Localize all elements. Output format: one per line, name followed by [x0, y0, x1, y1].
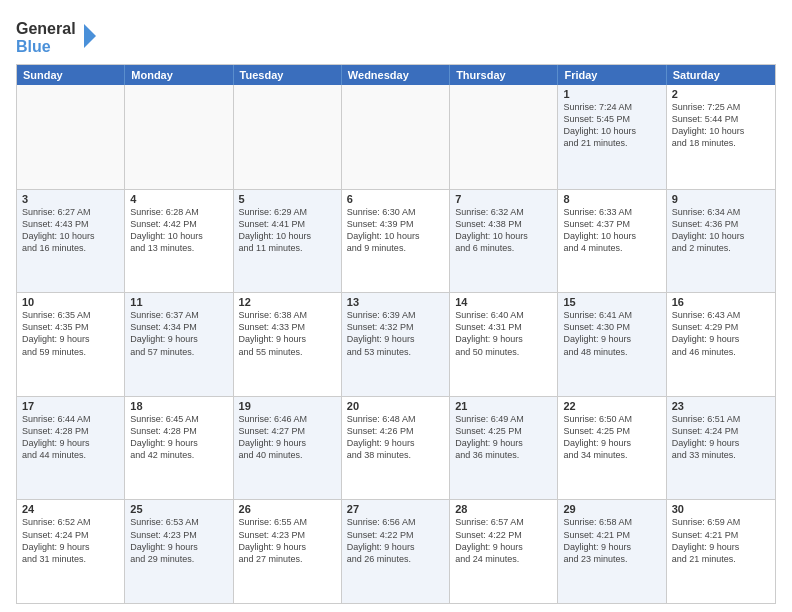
day-info: Sunrise: 6:55 AM Sunset: 4:23 PM Dayligh… — [239, 516, 336, 565]
svg-text:General: General — [16, 20, 76, 37]
day-number: 9 — [672, 193, 770, 205]
calendar-cell: 5Sunrise: 6:29 AM Sunset: 4:41 PM Daylig… — [234, 190, 342, 293]
day-info: Sunrise: 6:30 AM Sunset: 4:39 PM Dayligh… — [347, 206, 444, 255]
header-cell-saturday: Saturday — [667, 65, 775, 85]
day-number: 7 — [455, 193, 552, 205]
day-number: 4 — [130, 193, 227, 205]
calendar-row-1: 3Sunrise: 6:27 AM Sunset: 4:43 PM Daylig… — [17, 189, 775, 293]
day-info: Sunrise: 6:28 AM Sunset: 4:42 PM Dayligh… — [130, 206, 227, 255]
day-info: Sunrise: 7:25 AM Sunset: 5:44 PM Dayligh… — [672, 101, 770, 150]
calendar: SundayMondayTuesdayWednesdayThursdayFrid… — [16, 64, 776, 604]
day-info: Sunrise: 6:40 AM Sunset: 4:31 PM Dayligh… — [455, 309, 552, 358]
calendar-cell — [450, 85, 558, 189]
calendar-cell: 26Sunrise: 6:55 AM Sunset: 4:23 PM Dayli… — [234, 500, 342, 603]
day-info: Sunrise: 6:57 AM Sunset: 4:22 PM Dayligh… — [455, 516, 552, 565]
day-info: Sunrise: 6:49 AM Sunset: 4:25 PM Dayligh… — [455, 413, 552, 462]
day-info: Sunrise: 6:59 AM Sunset: 4:21 PM Dayligh… — [672, 516, 770, 565]
day-info: Sunrise: 6:56 AM Sunset: 4:22 PM Dayligh… — [347, 516, 444, 565]
calendar-cell: 9Sunrise: 6:34 AM Sunset: 4:36 PM Daylig… — [667, 190, 775, 293]
calendar-cell: 25Sunrise: 6:53 AM Sunset: 4:23 PM Dayli… — [125, 500, 233, 603]
calendar-cell: 1Sunrise: 7:24 AM Sunset: 5:45 PM Daylig… — [558, 85, 666, 189]
day-number: 20 — [347, 400, 444, 412]
calendar-cell: 10Sunrise: 6:35 AM Sunset: 4:35 PM Dayli… — [17, 293, 125, 396]
day-info: Sunrise: 6:45 AM Sunset: 4:28 PM Dayligh… — [130, 413, 227, 462]
day-number: 18 — [130, 400, 227, 412]
day-number: 28 — [455, 503, 552, 515]
calendar-cell: 12Sunrise: 6:38 AM Sunset: 4:33 PM Dayli… — [234, 293, 342, 396]
day-number: 24 — [22, 503, 119, 515]
calendar-cell — [125, 85, 233, 189]
calendar-body: 1Sunrise: 7:24 AM Sunset: 5:45 PM Daylig… — [17, 85, 775, 603]
day-number: 25 — [130, 503, 227, 515]
calendar-cell: 4Sunrise: 6:28 AM Sunset: 4:42 PM Daylig… — [125, 190, 233, 293]
calendar-cell — [17, 85, 125, 189]
calendar-cell: 30Sunrise: 6:59 AM Sunset: 4:21 PM Dayli… — [667, 500, 775, 603]
day-info: Sunrise: 6:34 AM Sunset: 4:36 PM Dayligh… — [672, 206, 770, 255]
day-number: 27 — [347, 503, 444, 515]
day-number: 19 — [239, 400, 336, 412]
calendar-cell: 18Sunrise: 6:45 AM Sunset: 4:28 PM Dayli… — [125, 397, 233, 500]
calendar-cell: 28Sunrise: 6:57 AM Sunset: 4:22 PM Dayli… — [450, 500, 558, 603]
day-info: Sunrise: 6:46 AM Sunset: 4:27 PM Dayligh… — [239, 413, 336, 462]
day-number: 17 — [22, 400, 119, 412]
calendar-row-3: 17Sunrise: 6:44 AM Sunset: 4:28 PM Dayli… — [17, 396, 775, 500]
calendar-cell: 6Sunrise: 6:30 AM Sunset: 4:39 PM Daylig… — [342, 190, 450, 293]
header-cell-monday: Monday — [125, 65, 233, 85]
header-cell-thursday: Thursday — [450, 65, 558, 85]
svg-text:Blue: Blue — [16, 38, 51, 55]
day-info: Sunrise: 7:24 AM Sunset: 5:45 PM Dayligh… — [563, 101, 660, 150]
header-cell-tuesday: Tuesday — [234, 65, 342, 85]
day-info: Sunrise: 6:50 AM Sunset: 4:25 PM Dayligh… — [563, 413, 660, 462]
day-info: Sunrise: 6:33 AM Sunset: 4:37 PM Dayligh… — [563, 206, 660, 255]
calendar-cell: 24Sunrise: 6:52 AM Sunset: 4:24 PM Dayli… — [17, 500, 125, 603]
day-info: Sunrise: 6:27 AM Sunset: 4:43 PM Dayligh… — [22, 206, 119, 255]
day-info: Sunrise: 6:29 AM Sunset: 4:41 PM Dayligh… — [239, 206, 336, 255]
header-cell-wednesday: Wednesday — [342, 65, 450, 85]
day-info: Sunrise: 6:53 AM Sunset: 4:23 PM Dayligh… — [130, 516, 227, 565]
day-info: Sunrise: 6:41 AM Sunset: 4:30 PM Dayligh… — [563, 309, 660, 358]
calendar-row-2: 10Sunrise: 6:35 AM Sunset: 4:35 PM Dayli… — [17, 292, 775, 396]
day-number: 6 — [347, 193, 444, 205]
day-info: Sunrise: 6:44 AM Sunset: 4:28 PM Dayligh… — [22, 413, 119, 462]
day-number: 16 — [672, 296, 770, 308]
day-number: 11 — [130, 296, 227, 308]
day-info: Sunrise: 6:58 AM Sunset: 4:21 PM Dayligh… — [563, 516, 660, 565]
day-info: Sunrise: 6:37 AM Sunset: 4:34 PM Dayligh… — [130, 309, 227, 358]
header-cell-friday: Friday — [558, 65, 666, 85]
day-number: 12 — [239, 296, 336, 308]
header-cell-sunday: Sunday — [17, 65, 125, 85]
day-number: 29 — [563, 503, 660, 515]
calendar-cell: 16Sunrise: 6:43 AM Sunset: 4:29 PM Dayli… — [667, 293, 775, 396]
calendar-cell: 15Sunrise: 6:41 AM Sunset: 4:30 PM Dayli… — [558, 293, 666, 396]
calendar-header: SundayMondayTuesdayWednesdayThursdayFrid… — [17, 65, 775, 85]
header: GeneralBlue — [16, 12, 776, 58]
day-number: 2 — [672, 88, 770, 100]
page: GeneralBlue SundayMondayTuesdayWednesday… — [0, 0, 792, 612]
calendar-cell: 23Sunrise: 6:51 AM Sunset: 4:24 PM Dayli… — [667, 397, 775, 500]
day-number: 14 — [455, 296, 552, 308]
calendar-row-4: 24Sunrise: 6:52 AM Sunset: 4:24 PM Dayli… — [17, 499, 775, 603]
logo: GeneralBlue — [16, 16, 106, 58]
day-number: 26 — [239, 503, 336, 515]
calendar-cell: 14Sunrise: 6:40 AM Sunset: 4:31 PM Dayli… — [450, 293, 558, 396]
calendar-cell: 3Sunrise: 6:27 AM Sunset: 4:43 PM Daylig… — [17, 190, 125, 293]
calendar-cell: 20Sunrise: 6:48 AM Sunset: 4:26 PM Dayli… — [342, 397, 450, 500]
day-number: 13 — [347, 296, 444, 308]
day-number: 21 — [455, 400, 552, 412]
day-number: 10 — [22, 296, 119, 308]
day-info: Sunrise: 6:43 AM Sunset: 4:29 PM Dayligh… — [672, 309, 770, 358]
calendar-cell: 7Sunrise: 6:32 AM Sunset: 4:38 PM Daylig… — [450, 190, 558, 293]
day-number: 15 — [563, 296, 660, 308]
calendar-cell — [342, 85, 450, 189]
calendar-cell: 27Sunrise: 6:56 AM Sunset: 4:22 PM Dayli… — [342, 500, 450, 603]
calendar-cell: 2Sunrise: 7:25 AM Sunset: 5:44 PM Daylig… — [667, 85, 775, 189]
day-info: Sunrise: 6:38 AM Sunset: 4:33 PM Dayligh… — [239, 309, 336, 358]
day-number: 23 — [672, 400, 770, 412]
day-number: 1 — [563, 88, 660, 100]
calendar-cell: 11Sunrise: 6:37 AM Sunset: 4:34 PM Dayli… — [125, 293, 233, 396]
svg-marker-2 — [84, 24, 96, 48]
day-info: Sunrise: 6:32 AM Sunset: 4:38 PM Dayligh… — [455, 206, 552, 255]
day-info: Sunrise: 6:51 AM Sunset: 4:24 PM Dayligh… — [672, 413, 770, 462]
calendar-row-0: 1Sunrise: 7:24 AM Sunset: 5:45 PM Daylig… — [17, 85, 775, 189]
calendar-cell: 13Sunrise: 6:39 AM Sunset: 4:32 PM Dayli… — [342, 293, 450, 396]
